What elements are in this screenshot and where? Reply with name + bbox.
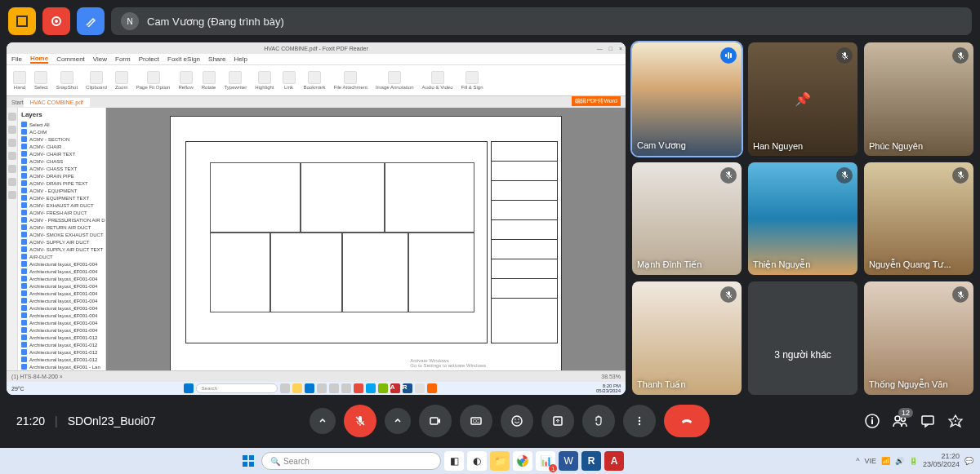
checkbox-icon[interactable]: [21, 224, 27, 230]
pdf-menu-protect[interactable]: Protect: [139, 55, 159, 63]
layer-item[interactable]: ACMV- CHAIR: [21, 143, 102, 150]
layer-item[interactable]: ACMV- CHASS TEXT: [21, 165, 102, 172]
layer-item[interactable]: Architectural layout_€F001-004: [21, 275, 102, 282]
checkbox-icon[interactable]: [21, 173, 27, 179]
ribbon-highlight[interactable]: Highlight: [252, 69, 277, 91]
taskbar-search[interactable]: 🔍 Search: [261, 452, 441, 470]
checkbox-icon[interactable]: [21, 246, 27, 252]
checkbox-icon[interactable]: [21, 158, 27, 164]
meeting-info[interactable]: 21:20 | SDOnl23_Buoi07: [16, 414, 156, 427]
layer-item[interactable]: Architectural layout_€F001-004: [21, 268, 102, 275]
layer-item[interactable]: Architectural layout_€F001-004: [21, 319, 102, 326]
checkbox-icon[interactable]: [21, 261, 27, 267]
word-taskbar-icon[interactable]: W: [559, 451, 578, 471]
checkbox-icon[interactable]: [21, 180, 27, 186]
record-button[interactable]: [42, 7, 70, 35]
security-icon[interactable]: [8, 191, 16, 199]
document-tab[interactable]: HVAC COMBINE.pdf: [24, 98, 90, 107]
checkbox-icon[interactable]: [21, 268, 27, 274]
minimize-icon[interactable]: —: [597, 46, 603, 51]
checkbox-icon[interactable]: [21, 342, 27, 348]
participant-tile[interactable]: Phúc Nguyên: [864, 42, 973, 156]
layer-item[interactable]: ACMV- DRAIN PIPE TEXT: [21, 179, 102, 187]
present-button[interactable]: [541, 405, 574, 437]
layer-item[interactable]: Architectural layout_€F001-012: [21, 334, 102, 341]
task-view-icon[interactable]: ◧: [444, 451, 464, 471]
presenter-banner[interactable]: N Cam Vương (Đang trình bày): [111, 7, 972, 35]
checkbox-icon[interactable]: [21, 254, 27, 259]
checkbox-icon[interactable]: [21, 144, 27, 149]
camera-button[interactable]: [419, 405, 452, 437]
layer-item[interactable]: ACMV- EXHAUST AIR DUCT: [21, 202, 102, 209]
checkbox-icon[interactable]: [21, 188, 27, 193]
checkbox-icon[interactable]: [21, 290, 27, 296]
ribbon-snapshot[interactable]: SnapShot: [53, 69, 81, 91]
mic-button[interactable]: [344, 405, 376, 437]
meeting-details-button[interactable]: [864, 413, 880, 429]
layer-item[interactable]: Architectural layout_€F001-012: [21, 341, 102, 348]
revit-taskbar-icon[interactable]: R: [581, 451, 601, 471]
end-call-button[interactable]: [664, 405, 710, 437]
ribbon-fill-sign[interactable]: Fill & Sign: [458, 69, 487, 91]
layer-item[interactable]: ACMV - PRESSURISATION AIR D: [21, 216, 102, 224]
ribbon-clipboard[interactable]: Clipboard: [82, 69, 110, 91]
layer-item[interactable]: ACMV- CHASS: [21, 157, 102, 165]
layer-item[interactable]: Architectural layout_€F001-012: [21, 356, 102, 363]
layer-item[interactable]: Architectural layout_€F001-012: [21, 348, 102, 356]
chrome-icon[interactable]: [317, 383, 327, 393]
checkbox-icon[interactable]: [21, 129, 27, 135]
chevron-up-icon[interactable]: ^: [856, 457, 859, 465]
ribbon-link[interactable]: Link: [279, 69, 299, 91]
app-icon[interactable]: [354, 383, 363, 393]
comments-icon[interactable]: [8, 165, 16, 173]
layer-item[interactable]: AIR-DUCT: [21, 253, 102, 260]
revit-icon[interactable]: R: [403, 383, 412, 393]
participant-tile[interactable]: Mạnh Đình Tiến: [632, 162, 742, 276]
windows-search[interactable]: Search: [196, 383, 278, 393]
status-zoom[interactable]: 38.53%: [601, 374, 621, 379]
ribbon-audio-video[interactable]: Audio & Video: [419, 69, 457, 91]
layer-item[interactable]: Architectural layout_€F001-004: [21, 304, 102, 312]
camera-options-button[interactable]: [385, 408, 411, 434]
participant-tile[interactable]: NN3 người khác: [748, 281, 858, 395]
attachments-icon[interactable]: [8, 152, 16, 160]
layer-item[interactable]: ACMV- EQUIPMENT TEXT: [21, 194, 102, 202]
ribbon-image-annotation[interactable]: Image Annotation: [372, 69, 417, 91]
checkbox-icon[interactable]: [21, 349, 27, 355]
pdf-menu-file[interactable]: File: [11, 55, 22, 63]
checkbox-icon[interactable]: [21, 298, 27, 303]
layer-item[interactable]: ACMV- RETURN AIR DUCT: [21, 224, 102, 231]
explorer-taskbar-icon[interactable]: 📁: [490, 451, 510, 471]
layer-item[interactable]: ACMV- DRAIN PIPE: [21, 172, 102, 179]
taskview-icon[interactable]: [280, 383, 290, 393]
checkbox-icon[interactable]: [21, 217, 27, 223]
ribbon-hand[interactable]: Hand: [10, 69, 29, 91]
pdf-menu-home[interactable]: Home: [30, 55, 48, 64]
close-icon[interactable]: ×: [619, 46, 622, 51]
ribbon-typewriter[interactable]: Typewriter: [220, 69, 250, 91]
layer-item[interactable]: ACMV - EQUIPMENT: [21, 187, 102, 194]
taskbar-clock[interactable]: 21:20 23/05/2024: [923, 453, 960, 469]
convert-pdf-badge[interactable]: 编辑PDF转Word: [572, 96, 621, 106]
mail-icon[interactable]: [341, 383, 351, 393]
signatures-icon[interactable]: [8, 178, 16, 186]
pdf-menu-form[interactable]: Form: [115, 55, 131, 63]
participant-tile[interactable]: Thống Nguyễn Văn: [864, 281, 973, 395]
layer-item[interactable]: ACMV- SUPPLY AIR DUCT: [21, 238, 102, 246]
store-icon[interactable]: [329, 383, 339, 393]
app2-icon[interactable]: [366, 383, 376, 393]
layer-item[interactable]: ACMV- CHAIR TEXT: [21, 150, 102, 157]
ribbon-reflow[interactable]: Reflow: [175, 69, 196, 91]
checkbox-icon[interactable]: [21, 320, 27, 326]
layer-select-all[interactable]: Select All: [21, 121, 102, 128]
layer-item[interactable]: Architectural layout_€F001-004: [21, 312, 102, 319]
shared-clock[interactable]: 8:20 PM05/23/2024: [596, 383, 621, 393]
ribbon-rotate[interactable]: Rotate: [198, 69, 220, 91]
checkbox-icon[interactable]: [21, 202, 27, 208]
participant-tile[interactable]: Han Nguyen📌: [748, 42, 858, 156]
checkbox-icon[interactable]: [21, 364, 27, 370]
layer-item[interactable]: ACMV- SUPPLY AIR DUCT TEXT: [21, 246, 102, 253]
layer-item[interactable]: ACMV- SMOKE EXHAUST DUCT: [21, 231, 102, 238]
jamboard-button[interactable]: [8, 7, 36, 35]
explorer-icon[interactable]: [292, 383, 302, 393]
